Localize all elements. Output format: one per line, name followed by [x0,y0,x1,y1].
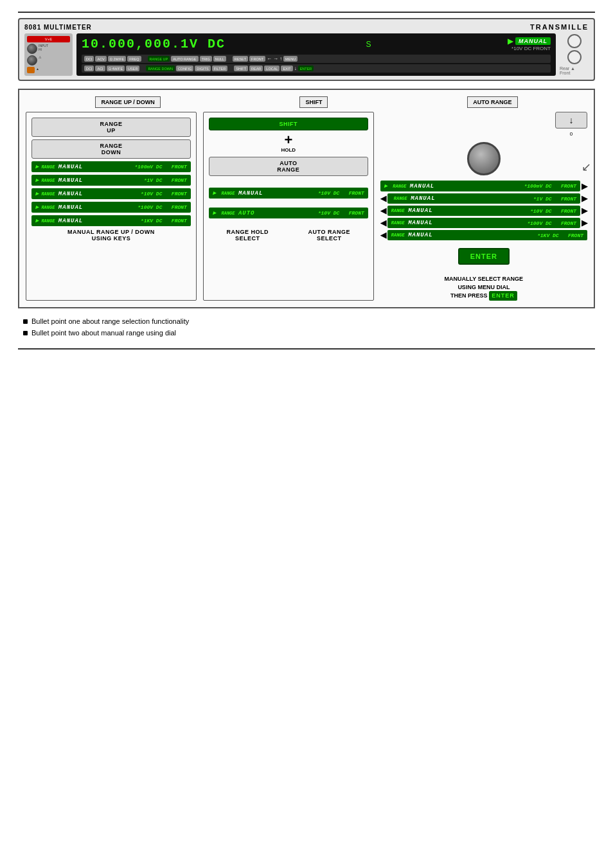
menu-dial[interactable] [467,142,501,175]
range-down-btn[interactable]: RANGE DOWN [31,139,191,159]
col3-right-arrow-100v[interactable]: ▶ [582,218,587,227]
bullet-dot-2 [23,331,28,335]
col3-row-1v: ◀ RANGE MANUAL *1V DC FRONT ▶ [380,193,587,204]
col3-row-100v: ◀ RANGE MANUAL *100V DC FRONT ▶ [380,218,587,228]
plus-symbol: + [209,133,368,147]
range-up-btn[interactable]: RANGE UP [31,118,191,137]
bullet-text-2: Bullet point two about manual range usin… [31,329,176,337]
col2-caption-auto-range: AUTO RANGE SELECT [290,229,368,242]
col3-right-arrow-100mv[interactable]: ▶ [582,182,587,191]
display-1v: ▶RANGE MANUAL *1V DC FRONT [31,175,191,186]
label-range-up-down: RANGE UP / DOWN [95,96,160,108]
columns: RANGE UP RANGE DOWN ▶RANGE MANUAL *100mV… [26,112,587,301]
col3-caption: MANUALLY SELECT RANGE USING MENU DIAL TH… [380,275,587,301]
col3-right-arrow-10v[interactable]: ▶ [582,206,587,215]
device-header: 8081 MULTIMETER TRANSMILLE [24,23,589,31]
range-display-value: *10V DC FRONT [511,46,551,51]
display-suffix: S [366,40,371,49]
col2-section: SHIFT + HOLD AUTO RANGE ▶ RANGE MANUAL *… [203,112,374,301]
bullet-dot-1 [23,319,28,324]
device-panel: 8081 MULTIMETER TRANSMILLE V+E INPUT HI … [18,18,595,81]
label-shift: SHIFT [299,96,328,108]
top-label-row: RANGE UP / DOWN SHIFT AUTO RANGE [26,96,587,108]
enter-button[interactable]: ENTER [458,248,510,265]
col2-caption-range-hold: RANGE HOLD SELECT [209,229,287,242]
display-1kv: ▶RANGE MANUAL *1KV DC FRONT [31,215,191,226]
col3-left-arrow-1kv[interactable]: ◀ [380,231,386,240]
label-auto-range: AUTO RANGE [467,96,517,108]
display-100v: ▶RANGE MANUAL *100V DC FRONT [31,202,191,213]
bullet-item-2: Bullet point two about manual range usin… [23,329,595,337]
col2-display-auto-range: ▶ RANGE AUTO *10V DC FRONT [209,208,368,218]
range-display-label: MANUAL [515,37,551,45]
brand-logo: TRANSMILLE [530,23,589,31]
device-title: 8081 MULTIMETER [24,24,92,31]
col3-row-100mv: ▶ RANGE MANUAL *100mV DC FRONT ▶ [380,181,587,191]
col3-left-arrow-10v[interactable]: ◀ [380,206,386,215]
col1-caption: MANUAL RANGE UP / DOWN USING KEYS [31,229,191,242]
enter-inline-label: ENTER [489,291,517,301]
top-rule [18,12,595,13]
range-display-arrow: ▶ [508,37,513,46]
display-100mv: ▶RANGE MANUAL *100mV DC FRONT [31,161,191,172]
device-display-reading: 10.000,000.1V DC [82,37,226,51]
display-10v: ▶RANGE MANUAL *10V DC FRONT [31,188,191,199]
col3-left-arrow-1v[interactable]: ◀ [380,194,386,203]
col2-display-range-hold: ▶ RANGE MANUAL *10V DC FRONT [209,188,368,199]
col3-row-1kv: ◀ RANGE MANUAL *1KV DC FRONT [380,230,587,240]
shift-btn[interactable]: SHIFT [209,118,368,130]
hold-label: HOLD [209,147,368,153]
col3-section: ↓ 0 ↙ ▶ RANGE MANUAL *100mV DC FRONT [380,112,587,301]
bullet-item-1: Bullet point one about range selection f… [23,317,595,325]
auto-range-btn[interactable]: AUTO RANGE [209,157,368,176]
col3-row-10v: ◀ RANGE MANUAL *10V DC FRONT ▶ [380,206,587,216]
col3-right-arrow-1v[interactable]: ▶ [582,194,587,203]
col3-left-arrow-100v[interactable]: ◀ [380,218,386,227]
col1-section: RANGE UP RANGE DOWN ▶RANGE MANUAL *100mV… [26,112,197,301]
bottom-rule [18,348,595,350]
down-arrow-key[interactable]: ↓ [555,112,587,128]
bullet-text-1: Bullet point one about range selection f… [31,317,189,325]
num-label: 0 [570,131,573,137]
bullet-list: Bullet point one about range selection f… [18,317,595,337]
diagram-wrapper: RANGE UP / DOWN SHIFT AUTO RANGE RANGE U… [18,89,595,308]
